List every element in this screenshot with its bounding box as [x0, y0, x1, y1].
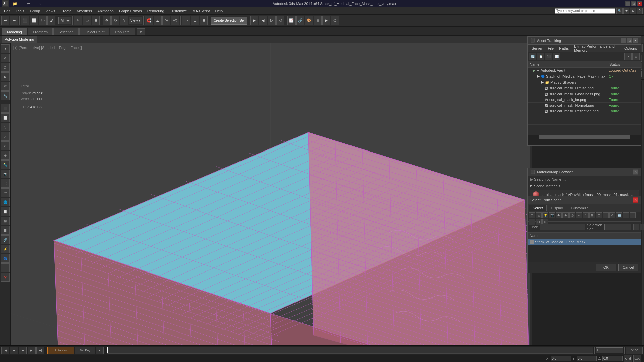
- search-icon-btn[interactable]: 🔍: [616, 8, 623, 14]
- anim-go-start[interactable]: |◀: [1, 347, 9, 354]
- asset-row[interactable]: ▶ Maps / Shaders: [528, 79, 641, 85]
- sel-tb-none[interactable]: ○: [603, 212, 609, 218]
- minimize-button[interactable]: ─: [625, 1, 630, 6]
- sel-tb-cameras[interactable]: 📷: [549, 212, 555, 218]
- title-edit[interactable]: ⬅: [25, 2, 31, 6]
- asset-tb-settings[interactable]: ⚙: [632, 53, 640, 60]
- maximize-button[interactable]: □: [631, 1, 636, 6]
- sel-tb-all-geo[interactable]: ⬡: [529, 212, 535, 218]
- sidebar-s11[interactable]: 🌐: [1, 198, 10, 206]
- asset-tb4[interactable]: 📊: [553, 53, 560, 60]
- asset-menu-file[interactable]: File: [545, 46, 556, 51]
- tb-schematic[interactable]: 🔗: [296, 16, 304, 25]
- tb-percent-snap[interactable]: %: [162, 16, 170, 25]
- sidebar-utilities[interactable]: 🔧: [1, 91, 10, 100]
- asset-row[interactable]: surgical_mask_ior.png Found: [528, 97, 641, 103]
- anim-play[interactable]: ▶: [19, 347, 27, 354]
- tb-align[interactable]: ≡: [191, 16, 199, 25]
- asset-tb1[interactable]: 🔄: [529, 53, 536, 60]
- menu-rendering[interactable]: Rendering: [145, 8, 167, 14]
- tb-curve-editor[interactable]: 📈: [287, 16, 296, 25]
- viewport-canvas[interactable]: X Y Z: [11, 43, 530, 362]
- sel-tb-bones[interactable]: ✦: [576, 212, 582, 218]
- sidebar-s3[interactable]: ⬡: [1, 123, 10, 131]
- menu-create[interactable]: Create: [58, 8, 74, 14]
- asset-menu-options[interactable]: Options: [622, 46, 640, 51]
- tb-select-region[interactable]: ⬜: [30, 16, 38, 25]
- tb-render[interactable]: ▶: [322, 16, 330, 25]
- sel-set-remove[interactable]: -: [640, 224, 644, 230]
- asset-row[interactable]: surgical_mask_Normal.png Found: [528, 103, 641, 108]
- asset-tb-help[interactable]: ?: [624, 53, 632, 60]
- sidebar-create[interactable]: ✦: [1, 44, 10, 53]
- asset-row[interactable]: ▶ ● Autodesk Vault Logged Out (Ass: [528, 68, 641, 73]
- tb-angle-snap[interactable]: ∠: [154, 16, 162, 25]
- anim-key-btn[interactable]: ●: [96, 347, 104, 354]
- title-undo[interactable]: ↩: [38, 2, 44, 6]
- bookmark-icon-btn[interactable]: ★: [623, 8, 629, 14]
- sidebar-hierarchy[interactable]: ⬡: [1, 63, 10, 72]
- sidebar-s12[interactable]: 🔲: [1, 207, 10, 216]
- help-icon-btn[interactable]: ?: [637, 8, 643, 14]
- sel-tb-sort2[interactable]: ↕: [623, 212, 629, 218]
- find-input[interactable]: [540, 224, 585, 230]
- tab-modeling[interactable]: Modeling: [2, 28, 27, 35]
- tb-move[interactable]: ✥: [103, 16, 111, 25]
- tb-named-sel1[interactable]: ▶: [250, 16, 258, 25]
- menu-customize[interactable]: Customize: [167, 8, 190, 14]
- tb-active-shade[interactable]: ⬡: [331, 16, 339, 25]
- tb-align2[interactable]: ⊞: [200, 16, 208, 25]
- sidebar-display[interactable]: 👁: [1, 82, 10, 90]
- asset-row[interactable]: surgical_mask_Diffuse.png Found: [528, 85, 641, 91]
- sidebar-s18[interactable]: ⬡: [1, 263, 10, 272]
- tb-mirror[interactable]: ⇔: [182, 16, 190, 25]
- tb-snap[interactable]: 🧲: [145, 16, 153, 25]
- tb-paint-sel[interactable]: 🖌: [47, 16, 55, 25]
- tb-named-sel3[interactable]: ▷: [268, 16, 276, 25]
- filter-select[interactable]: All: [58, 17, 71, 24]
- tab-more-button[interactable]: ▾: [137, 28, 145, 35]
- sel-tb-combo[interactable]: ◎: [569, 212, 575, 218]
- select-item[interactable]: Stack_of_Medical_Face_Mask: [528, 239, 641, 245]
- sel-tb-list[interactable]: ☰: [630, 212, 636, 218]
- material-close-button[interactable]: ✕: [633, 169, 638, 175]
- tb-select-object[interactable]: ⬛: [21, 16, 29, 25]
- anim-auto-key[interactable]: Auto Key: [47, 347, 74, 354]
- tb-named-sel4[interactable]: ◁: [276, 16, 284, 25]
- close-button[interactable]: ✕: [637, 1, 642, 6]
- sel-tb-xref[interactable]: ⊞: [589, 212, 595, 218]
- asset-menu-server[interactable]: Server: [529, 46, 545, 51]
- time-config[interactable]: 0/100: [626, 347, 643, 354]
- asset-row[interactable]: surgical_mask_Glossiness.png Found: [528, 91, 641, 97]
- asset-hscroll[interactable]: [528, 135, 641, 139]
- tb-named-sel2[interactable]: ◀: [259, 16, 267, 25]
- select-tab-customize[interactable]: Customize: [568, 205, 592, 211]
- tab-populate[interactable]: Populate: [110, 28, 135, 35]
- menu-animation[interactable]: Animation: [95, 8, 116, 14]
- tb-lasso[interactable]: 〇: [39, 16, 47, 25]
- sidebar-s1[interactable]: ⬛: [1, 104, 10, 113]
- anim-set-key[interactable]: Set Key: [75, 347, 95, 354]
- sidebar-s10[interactable]: 〰: [1, 188, 10, 197]
- sel-tb-helpers[interactable]: ✚: [556, 212, 562, 218]
- menu-modifiers[interactable]: Modifiers: [74, 8, 95, 14]
- ok-button[interactable]: OK: [596, 264, 616, 271]
- sidebar-modify[interactable]: ⧖: [1, 54, 10, 62]
- sidebar-s16[interactable]: ⚡: [1, 245, 10, 253]
- sel-set-add[interactable]: +: [633, 224, 639, 230]
- tab-freeform[interactable]: Freeform: [28, 28, 53, 35]
- y-coord-input[interactable]: [577, 356, 597, 361]
- select-dialog-close-button[interactable]: ✕: [633, 197, 638, 203]
- tb-select-mode[interactable]: ↖: [74, 16, 82, 25]
- tb-render-setup[interactable]: 🖥: [314, 16, 322, 25]
- tab-selection[interactable]: Selection: [53, 28, 78, 35]
- tb-select-region2[interactable]: ▭: [83, 16, 91, 25]
- tb-undo[interactable]: ↩: [1, 16, 9, 25]
- sidebar-s2[interactable]: ⬜: [1, 113, 10, 122]
- subtab-polygon-modeling[interactable]: Polygon Modeling: [2, 36, 37, 43]
- sidebar-s6[interactable]: ⊕: [1, 151, 10, 160]
- asset-panel-minimize[interactable]: ─: [621, 38, 626, 43]
- menu-edit[interactable]: Edit: [1, 8, 13, 14]
- asset-row[interactable]: ▶ 🔵 Stack_of_Medical_Face_Mask_max_vray.…: [528, 73, 641, 79]
- sel-tb-particles[interactable]: ⁘: [583, 212, 589, 218]
